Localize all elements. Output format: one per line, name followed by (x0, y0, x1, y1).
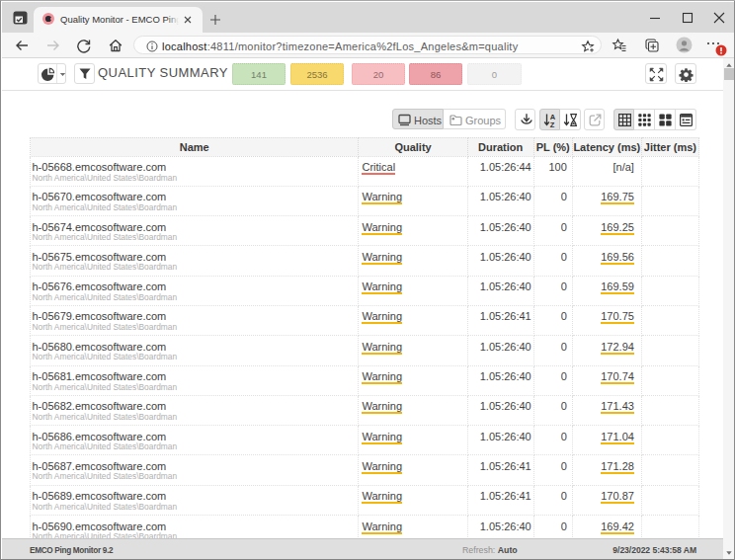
svg-text:Z: Z (550, 120, 555, 128)
